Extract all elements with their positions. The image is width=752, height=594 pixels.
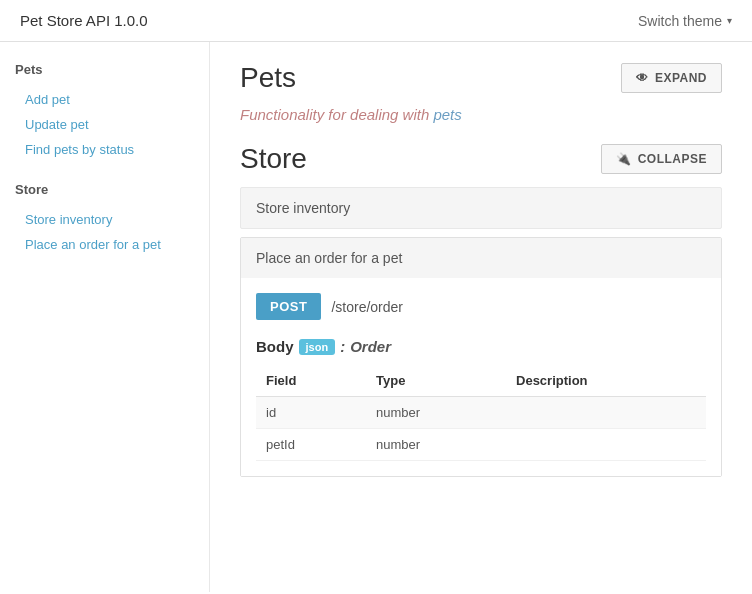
col-description: Description [506,365,706,397]
row-petid-type: number [366,429,506,461]
pets-title: Pets [240,62,296,94]
json-badge[interactable]: json [299,339,336,355]
place-order-header[interactable]: Place an order for a pet [241,238,721,278]
row-petid-description [506,429,706,461]
store-section-header: Store 🔌 COLLAPSE [240,143,722,175]
schema-separator: : [340,338,345,355]
body-section: Body json : Order Field Type Description [256,338,706,461]
place-order-body: POST /store/order Body json : Order [241,278,721,476]
layout: Pets Add pet Update pet Find pets by sta… [0,42,752,592]
method-row: POST /store/order [256,293,706,320]
sidebar-item-find-pets-by-status[interactable]: Find pets by status [15,137,194,162]
pets-subtitle-highlight: pets [433,106,461,123]
body-label-row: Body json : Order [256,338,706,355]
app-title: Pet Store API 1.0.0 [20,12,148,29]
schema-name: Order [350,338,391,355]
chevron-down-icon: ▾ [727,15,732,26]
sidebar: Pets Add pet Update pet Find pets by sta… [0,42,210,592]
eye-icon: 👁 [636,71,649,85]
schema-table-body: id number petId number [256,397,706,461]
sidebar-section-pets: Pets [15,62,194,77]
table-header-row: Field Type Description [256,365,706,397]
expand-button[interactable]: 👁 EXPAND [621,63,722,93]
sidebar-section-store: Store [15,182,194,197]
row-id-description [506,397,706,429]
table-row: petId number [256,429,706,461]
expand-label: EXPAND [655,71,707,85]
row-id-type: number [366,397,506,429]
row-id-field: id [256,397,366,429]
header: Pet Store API 1.0.0 Switch theme ▾ [0,0,752,42]
method-path: /store/order [331,299,403,315]
pets-section-header: Pets 👁 EXPAND [240,62,722,94]
table-row: id number [256,397,706,429]
switch-theme-button[interactable]: Switch theme ▾ [638,13,732,29]
sidebar-item-add-pet[interactable]: Add pet [15,87,194,112]
store-inventory-row[interactable]: Store inventory [240,187,722,229]
sidebar-item-place-order[interactable]: Place an order for a pet [15,232,194,257]
collapse-label: COLLAPSE [638,152,707,166]
post-badge[interactable]: POST [256,293,321,320]
store-inventory-label: Store inventory [256,200,350,216]
row-petid-field: petId [256,429,366,461]
pets-subtitle: Functionality for dealing with pets [240,106,722,123]
col-type: Type [366,365,506,397]
sidebar-item-store-inventory[interactable]: Store inventory [15,207,194,232]
place-order-label: Place an order for a pet [256,250,402,266]
switch-theme-label: Switch theme [638,13,722,29]
collapse-button[interactable]: 🔌 COLLAPSE [601,144,722,174]
schema-table-head: Field Type Description [256,365,706,397]
col-field: Field [256,365,366,397]
schema-table: Field Type Description id number [256,365,706,461]
place-order-expanded: Place an order for a pet POST /store/ord… [240,237,722,477]
store-title: Store [240,143,307,175]
body-text: Body [256,338,294,355]
main-content: Pets 👁 EXPAND Functionality for dealing … [210,42,752,592]
sidebar-item-update-pet[interactable]: Update pet [15,112,194,137]
plug-icon: 🔌 [616,152,632,166]
